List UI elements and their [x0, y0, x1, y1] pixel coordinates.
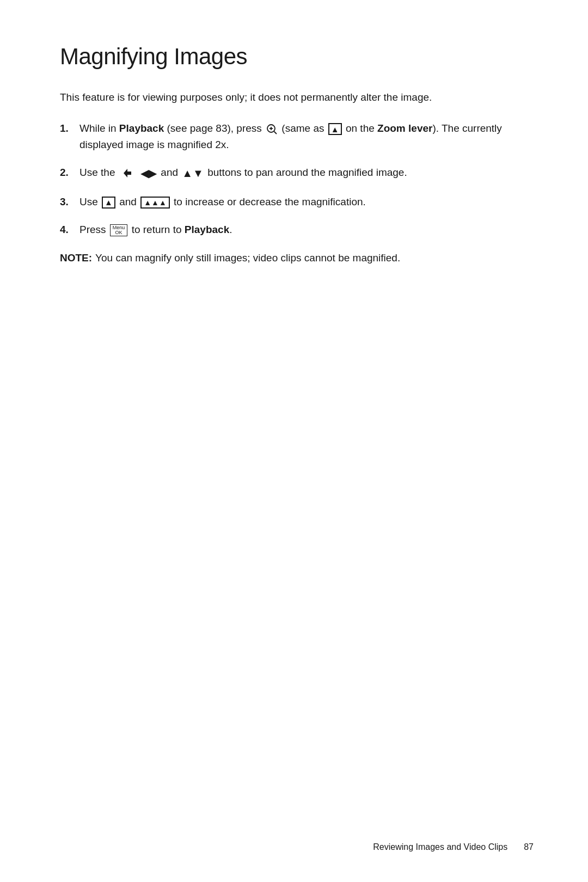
step-3: 3. Use ▲ and ▲▲▲ to increase or decrease… [60, 194, 534, 210]
svg-marker-4 [124, 169, 131, 177]
playback-bold-1: Playback [119, 122, 164, 134]
footer: Reviewing Images and Video Clips 87 [373, 842, 534, 852]
step-4-number: 4. [60, 222, 79, 237]
menu-ok-icon: Menu OK [110, 224, 128, 236]
playback-bold-2: Playback [185, 224, 229, 235]
steps-list: 1. While in Playback (see page 83), pres… [60, 120, 534, 237]
step-1-content: While in Playback (see page 83), press (… [79, 120, 534, 152]
page-container: Magnifying Images This feature is for vi… [0, 0, 588, 882]
step-2-number: 2. [60, 164, 79, 180]
zoom-lever-bold: Zoom lever [377, 122, 432, 134]
step-4-content: Press Menu OK to return to Playback. [79, 222, 534, 237]
ok-text: OK [115, 230, 122, 235]
and-text-2: and [161, 167, 181, 178]
and-text-3: and [119, 196, 139, 207]
step-2: 2. Use the ◀▶ and ▲▼ buttons to pan arou… [60, 164, 534, 181]
note-item: NOTE: You can magnify only still images;… [60, 250, 534, 266]
step-3-content: Use ▲ and ▲▲▲ to increase or decrease th… [79, 194, 534, 210]
lr-arrows-icon [119, 168, 136, 179]
intro-paragraph: This feature is for viewing purposes onl… [60, 89, 534, 105]
svg-line-3 [274, 132, 277, 134]
footer-page-number: 87 [524, 842, 534, 852]
step-3-number: 3. [60, 194, 79, 210]
note-text: You can magnify only still images; video… [95, 250, 400, 266]
up-down-arrow-icons: ▲▼ [182, 167, 204, 179]
note-label: NOTE: [60, 250, 92, 266]
bracket-tree-icon-2: ▲ [102, 197, 115, 209]
bracket-tree-icon-1: ▲ [328, 123, 342, 135]
left-right-arrow-icons: ◀▶ [140, 167, 157, 179]
step-2-content: Use the ◀▶ and ▲▼ buttons to pan around … [79, 164, 534, 181]
step-1-number: 1. [60, 120, 79, 136]
multi-tree-icon: ▲▲▲ [140, 197, 170, 209]
magnify-icon [266, 123, 278, 135]
step-4: 4. Press Menu OK to return to Playback. [60, 222, 534, 237]
step-1: 1. While in Playback (see page 83), pres… [60, 120, 534, 152]
page-title: Magnifying Images [60, 44, 534, 70]
footer-section-text: Reviewing Images and Video Clips [373, 842, 507, 852]
